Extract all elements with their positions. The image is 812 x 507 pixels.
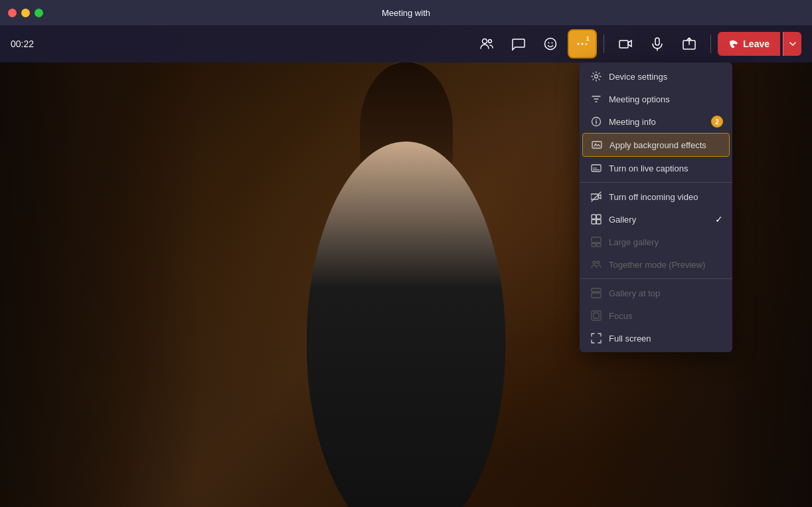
svg-point-2 <box>545 39 556 50</box>
incoming-video-label: Turn off incoming video <box>609 192 698 202</box>
menu-item-live-captions[interactable]: Turn on live captions <box>580 157 732 179</box>
together-mode-label: Together mode (Preview) <box>609 260 705 270</box>
chat-button[interactable] <box>504 29 533 58</box>
video-off-icon <box>590 191 602 203</box>
more-options-button[interactable]: 1 <box>568 29 597 58</box>
svg-rect-32 <box>592 293 601 298</box>
camera-button[interactable] <box>611 29 640 58</box>
maximize-button[interactable] <box>35 9 43 17</box>
svg-rect-28 <box>597 244 602 247</box>
reactions-icon <box>543 37 558 51</box>
phone-icon <box>728 39 739 49</box>
meeting-info-badge: 2 <box>711 116 723 128</box>
options-icon <box>590 93 602 105</box>
svg-rect-34 <box>594 313 599 318</box>
window-title: Meeting with <box>382 8 430 18</box>
info-icon <box>590 116 602 128</box>
svg-line-21 <box>592 192 601 201</box>
traffic-lights <box>8 9 43 17</box>
svg-rect-31 <box>592 288 601 292</box>
full-screen-label: Full screen <box>609 334 651 344</box>
notification-badge: 1 <box>582 33 593 44</box>
live-captions-label: Turn on live captions <box>609 163 688 173</box>
svg-rect-27 <box>592 244 596 247</box>
camera-icon <box>618 37 633 51</box>
chat-icon <box>511 37 526 51</box>
menu-divider-1 <box>580 182 732 183</box>
minimize-button[interactable] <box>21 9 30 17</box>
large-gallery-label: Large gallery <box>609 237 659 247</box>
title-bar: Meeting with <box>0 0 812 25</box>
gallery-top-icon <box>590 287 602 299</box>
microphone-button[interactable] <box>643 29 672 58</box>
svg-point-29 <box>593 261 596 264</box>
menu-item-full-screen[interactable]: Full screen <box>580 327 732 350</box>
gallery-icon <box>590 213 602 225</box>
svg-rect-24 <box>592 220 596 225</box>
svg-point-15 <box>596 119 597 120</box>
menu-item-large-gallery: Large gallery <box>580 231 732 253</box>
menu-item-together-mode: Together mode (Preview) <box>580 253 732 276</box>
svg-point-6 <box>582 43 584 45</box>
share-button[interactable] <box>675 29 704 58</box>
svg-point-3 <box>548 43 550 44</box>
focus-label: Focus <box>609 311 632 321</box>
svg-rect-23 <box>597 215 602 219</box>
svg-rect-9 <box>655 38 659 45</box>
chevron-down-icon <box>789 40 797 48</box>
leave-button[interactable]: Leave <box>718 32 780 56</box>
close-button[interactable] <box>8 9 17 17</box>
participants-icon <box>479 37 494 51</box>
svg-rect-26 <box>592 237 601 243</box>
together-mode-icon <box>590 258 602 270</box>
svg-rect-25 <box>597 220 602 225</box>
svg-rect-8 <box>619 41 628 48</box>
fullscreen-icon <box>590 332 602 344</box>
menu-item-meeting-options[interactable]: Meeting options <box>580 88 732 110</box>
gear-icon <box>590 70 602 82</box>
toolbar-divider-2 <box>710 35 711 53</box>
background-icon <box>591 139 603 151</box>
reactions-button[interactable] <box>536 29 565 58</box>
more-options-dropdown: Device settings Meeting options Meeting … <box>580 62 732 352</box>
person-body <box>307 142 506 507</box>
svg-rect-33 <box>592 311 601 320</box>
svg-point-5 <box>578 43 580 45</box>
meeting-options-label: Meeting options <box>609 94 670 104</box>
menu-item-meeting-info[interactable]: Meeting info 2 <box>580 110 732 133</box>
gallery-check: ✓ <box>715 214 723 225</box>
svg-point-1 <box>489 40 492 43</box>
menu-item-incoming-video[interactable]: Turn off incoming video <box>580 185 732 208</box>
svg-rect-22 <box>592 215 596 219</box>
gallery-at-top-label: Gallery at top <box>609 288 660 298</box>
leave-label: Leave <box>743 39 770 49</box>
svg-point-30 <box>597 261 600 264</box>
menu-item-gallery-at-top: Gallery at top <box>580 282 732 304</box>
large-gallery-icon <box>590 236 602 248</box>
menu-divider-2 <box>580 278 732 279</box>
svg-point-4 <box>552 43 553 44</box>
control-bar: 00:22 <box>0 25 812 62</box>
gallery-label: Gallery <box>609 215 636 225</box>
toolbar-divider-1 <box>604 35 604 53</box>
device-settings-label: Device settings <box>609 72 667 82</box>
focus-icon <box>590 310 602 322</box>
participants-button[interactable] <box>472 29 501 58</box>
menu-item-focus: Focus <box>580 304 732 327</box>
svg-point-0 <box>483 39 487 44</box>
svg-point-12 <box>595 75 598 78</box>
menu-item-apply-background[interactable]: Apply background effects <box>582 133 730 157</box>
menu-item-gallery[interactable]: Gallery ✓ <box>580 208 732 231</box>
person-video <box>240 75 572 507</box>
video-area: 00:22 <box>0 25 812 507</box>
apply-background-label: Apply background effects <box>609 140 706 150</box>
meeting-timer: 00:22 <box>11 39 34 49</box>
menu-item-device-settings[interactable]: Device settings <box>580 65 732 88</box>
control-icons: 1 <box>472 29 801 58</box>
captions-icon <box>590 162 602 174</box>
microphone-icon <box>650 37 665 51</box>
share-icon <box>682 37 696 51</box>
shelf-decoration-left <box>0 25 199 507</box>
leave-dropdown-button[interactable] <box>783 32 801 56</box>
meeting-info-label: Meeting info <box>609 117 656 127</box>
